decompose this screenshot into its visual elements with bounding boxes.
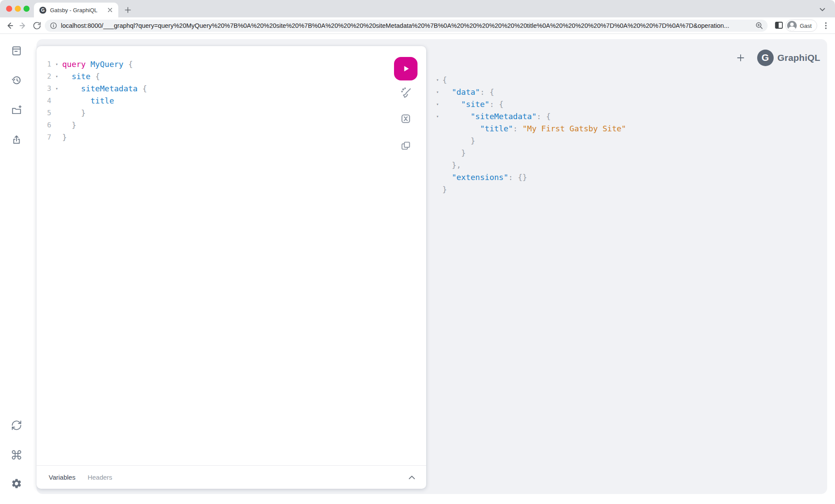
docs-icon[interactable]: [10, 45, 23, 57]
code-text: }: [442, 184, 447, 196]
url-text: localhost:8000/___graphql?query=query%20…: [61, 22, 755, 29]
refetch-schema-icon[interactable]: [10, 419, 23, 431]
fold-arrow-icon[interactable]: ▾: [436, 110, 442, 123]
fold-spacer: [51, 119, 62, 131]
fold-spacer: [51, 95, 62, 107]
query-editor-card: 1▾query MyQuery {2▾ site {3▾ siteMetadat…: [37, 46, 426, 489]
explorer-icon[interactable]: [10, 104, 23, 116]
editor-tools-footer: Variables Headers: [37, 465, 426, 489]
code-line: ▾ "site": {: [436, 98, 818, 110]
response-viewer[interactable]: ▾{▾ "data": {▾ "site": {▾ "siteMetadata"…: [436, 74, 818, 196]
code-line: 1▾query MyQuery {: [44, 58, 426, 70]
browser-profile-button[interactable]: Gast: [785, 20, 817, 32]
minimize-window-button[interactable]: [15, 6, 21, 12]
copy-query-icon[interactable]: [394, 139, 418, 153]
tab-search-chevron-icon[interactable]: [818, 5, 827, 14]
back-button[interactable]: [5, 21, 14, 30]
export-icon[interactable]: [10, 134, 23, 146]
code-text: title: [62, 95, 114, 107]
keyboard-shortcuts-icon[interactable]: [10, 449, 23, 461]
address-bar[interactable]: localhost:8000/___graphql?query=query%20…: [45, 20, 768, 32]
fold-spacer: [436, 123, 442, 135]
fold-spacer: [436, 147, 442, 159]
code-line: ▾ "data": {: [436, 86, 818, 98]
code-text: }: [62, 119, 77, 131]
sessions-panel: G GraphiQL 1▾query MyQuery {2▾ site {3▾ …: [37, 39, 827, 494]
browser-window: G Gatsby - GraphiQL localhost:8000/___gr…: [0, 0, 835, 504]
execute-query-button[interactable]: [394, 57, 418, 80]
code-line: }: [436, 184, 818, 196]
browser-menu-icon[interactable]: [822, 21, 830, 30]
code-line: 6 }: [44, 119, 426, 131]
forward-button[interactable]: [18, 21, 28, 30]
code-text: siteMetadata {: [62, 83, 147, 95]
svg-text:G: G: [41, 7, 44, 13]
line-number: 1: [44, 58, 51, 70]
add-query-tab-button[interactable]: [735, 52, 747, 64]
line-number: 2: [44, 70, 51, 83]
merge-fragments-icon[interactable]: [394, 112, 418, 126]
code-line: 3▾ siteMetadata {: [44, 83, 426, 95]
code-text: "data": {: [442, 86, 494, 98]
code-text: }: [442, 135, 475, 147]
fold-arrow-icon[interactable]: ▾: [51, 70, 62, 83]
tab-title: Gatsby - GraphiQL: [50, 7, 97, 13]
line-number: 4: [44, 95, 51, 107]
page-info-icon[interactable]: [50, 22, 57, 29]
code-text: "site": {: [442, 98, 504, 110]
code-line: }: [436, 135, 818, 147]
new-tab-button[interactable]: [123, 5, 133, 15]
tab-close-icon[interactable]: [106, 6, 114, 14]
code-line: "title": "My First Gatsby Site": [436, 123, 818, 135]
tab-headers[interactable]: Headers: [87, 474, 112, 481]
play-icon: [401, 63, 411, 74]
code-line: 7}: [44, 131, 426, 144]
code-line: 4 title: [44, 95, 426, 107]
browser-tab[interactable]: G Gatsby - GraphiQL: [34, 3, 118, 17]
code-text: {: [442, 74, 447, 86]
graphiql-app: G GraphiQL 1▾query MyQuery {2▾ site {3▾ …: [0, 34, 835, 504]
code-line: 5 }: [44, 107, 426, 119]
code-text: }: [62, 107, 86, 119]
gatsby-favicon-icon: G: [39, 7, 47, 14]
tab-variables[interactable]: Variables: [49, 474, 75, 481]
fold-spacer: [51, 131, 62, 144]
fold-spacer: [51, 107, 62, 119]
code-line: 2▾ site {: [44, 70, 426, 83]
fold-arrow-icon[interactable]: ▾: [51, 83, 62, 95]
code-text: "extensions": {}: [442, 171, 527, 184]
profile-name: Gast: [800, 23, 812, 29]
close-window-button[interactable]: [6, 6, 12, 12]
line-number: 5: [44, 107, 51, 119]
code-line: },: [436, 159, 818, 171]
code-line: ▾{: [436, 74, 818, 86]
reload-button[interactable]: [32, 21, 42, 30]
prettify-query-icon[interactable]: [394, 86, 418, 100]
settings-gear-icon[interactable]: [10, 477, 23, 490]
fold-arrow-icon[interactable]: ▾: [436, 74, 442, 86]
history-icon[interactable]: [10, 74, 23, 86]
graphiql-logo-icon: G: [757, 50, 774, 66]
code-text: },: [442, 159, 461, 171]
collapse-editor-tools-icon[interactable]: [407, 473, 417, 482]
fold-arrow-icon[interactable]: ▾: [436, 98, 442, 110]
graphiql-logo-text: GraphiQL: [778, 53, 820, 63]
code-text: }: [442, 147, 466, 159]
query-editor[interactable]: 1▾query MyQuery {2▾ site {3▾ siteMetadat…: [37, 58, 426, 465]
maximize-window-button[interactable]: [23, 6, 30, 12]
zoom-level-icon[interactable]: [755, 22, 763, 30]
code-text: site {: [62, 70, 100, 83]
line-number: 7: [44, 131, 51, 144]
session-header: G GraphiQL: [735, 50, 820, 66]
code-text: query MyQuery {: [62, 58, 133, 70]
code-line: "extensions": {}: [436, 171, 818, 184]
fold-arrow-icon[interactable]: ▾: [436, 86, 442, 98]
fold-spacer: [436, 135, 442, 147]
fold-spacer: [436, 184, 442, 196]
side-panel-icon[interactable]: [775, 21, 784, 30]
fold-arrow-icon[interactable]: ▾: [51, 58, 62, 70]
fold-spacer: [436, 171, 442, 184]
code-text: "siteMetadata": {: [442, 110, 551, 123]
code-text: }: [62, 131, 67, 144]
code-line: }: [436, 147, 818, 159]
